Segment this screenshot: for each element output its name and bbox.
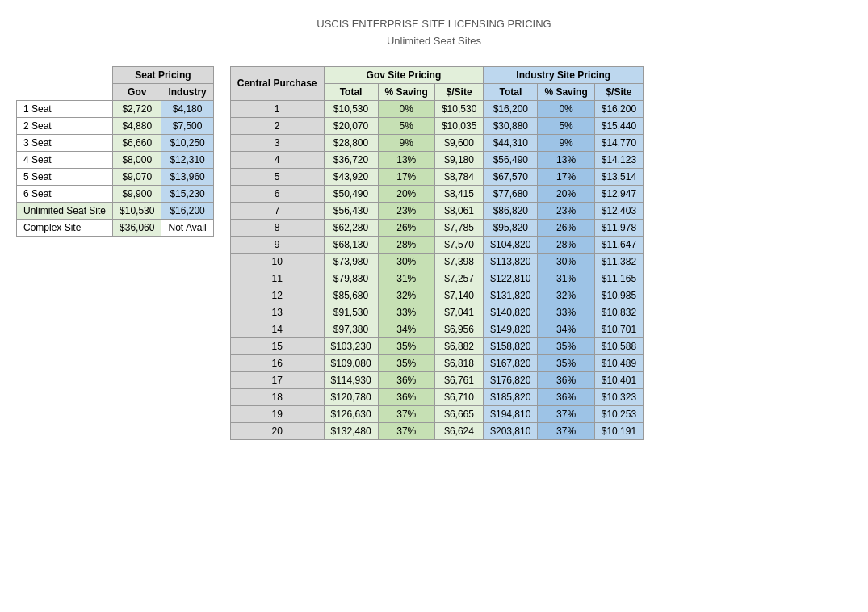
ind-saving-value: 23% bbox=[538, 202, 594, 219]
central-value: 16 bbox=[230, 354, 324, 371]
central-value: 5 bbox=[230, 168, 324, 185]
ind-site-value: $10,323 bbox=[594, 388, 643, 405]
central-value: 11 bbox=[230, 270, 324, 287]
site-pricing-table: Central Purchase Gov Site Pricing Indust… bbox=[230, 66, 644, 440]
gov-total-value: $126,630 bbox=[324, 405, 378, 422]
ind-saving-value: 33% bbox=[538, 304, 594, 321]
gov-total-value: $120,780 bbox=[324, 388, 378, 405]
ind-saving-value: 35% bbox=[538, 337, 594, 354]
gov-saving-value: 35% bbox=[378, 354, 434, 371]
ind-total-value: $167,820 bbox=[484, 354, 538, 371]
ind-site-value: $10,985 bbox=[594, 287, 643, 304]
seat-industry-value: $16,200 bbox=[161, 202, 213, 219]
ind-saving-value: 36% bbox=[538, 371, 594, 388]
ind-total-value: $44,310 bbox=[484, 134, 538, 151]
ind-total-value: $194,810 bbox=[484, 405, 538, 422]
ind-saving-value: 13% bbox=[538, 151, 594, 168]
ind-saving-value: 36% bbox=[538, 388, 594, 405]
seat-gov-value: $2,720 bbox=[113, 100, 161, 117]
ind-total-value: $203,810 bbox=[484, 422, 538, 439]
industry-site-pricing-header: Industry Site Pricing bbox=[484, 66, 644, 83]
gov-total-value: $91,530 bbox=[324, 304, 378, 321]
gov-site-value: $7,785 bbox=[434, 219, 483, 236]
seat-row-label: 2 Seat bbox=[17, 117, 113, 134]
ind-site-value: $10,401 bbox=[594, 371, 643, 388]
ind-site-value: $10,701 bbox=[594, 321, 643, 337]
seat-row-label: 4 Seat bbox=[17, 151, 113, 168]
gov-total-header: Total bbox=[324, 83, 378, 100]
gov-saving-value: 9% bbox=[378, 134, 434, 151]
ind-site-value: $11,382 bbox=[594, 253, 643, 270]
gov-saving-value: 37% bbox=[378, 422, 434, 439]
gov-site-value: $7,257 bbox=[434, 270, 483, 287]
seat-pricing-header: Seat Pricing bbox=[113, 66, 214, 83]
gov-site-value: $7,398 bbox=[434, 253, 483, 270]
seat-industry-value: $12,310 bbox=[161, 151, 213, 168]
central-value: 8 bbox=[230, 219, 324, 236]
gov-total-value: $28,800 bbox=[324, 134, 378, 151]
ind-total-value: $77,680 bbox=[484, 185, 538, 202]
gov-site-value: $9,600 bbox=[434, 134, 483, 151]
gov-saving-value: 17% bbox=[378, 168, 434, 185]
gov-saving-value: 30% bbox=[378, 253, 434, 270]
ind-site-value: $10,191 bbox=[594, 422, 643, 439]
gov-site-header: $/Site bbox=[434, 83, 483, 100]
seat-gov-value: $8,000 bbox=[113, 151, 161, 168]
gov-site-value: $7,570 bbox=[434, 236, 483, 253]
gov-site-value: $9,180 bbox=[434, 151, 483, 168]
ind-site-value: $12,403 bbox=[594, 202, 643, 219]
col-header-industry: Industry bbox=[161, 83, 213, 100]
gov-site-value: $6,761 bbox=[434, 371, 483, 388]
ind-site-value: $11,978 bbox=[594, 219, 643, 236]
seat-row-label: 1 Seat bbox=[17, 100, 113, 117]
gov-total-value: $103,230 bbox=[324, 337, 378, 354]
ind-saving-value: 5% bbox=[538, 117, 594, 134]
central-value: 13 bbox=[230, 304, 324, 321]
gov-saving-value: 35% bbox=[378, 337, 434, 354]
seat-gov-value: $9,900 bbox=[113, 185, 161, 202]
gov-saving-value: 34% bbox=[378, 321, 434, 337]
ind-saving-value: 32% bbox=[538, 287, 594, 304]
gov-site-value: $8,415 bbox=[434, 185, 483, 202]
seat-industry-value: $13,960 bbox=[161, 168, 213, 185]
ind-total-value: $176,820 bbox=[484, 371, 538, 388]
seat-industry-value: $7,500 bbox=[161, 117, 213, 134]
central-value: 7 bbox=[230, 202, 324, 219]
central-purchase-header: Central Purchase bbox=[230, 66, 324, 100]
ind-total-value: $104,820 bbox=[484, 236, 538, 253]
seat-industry-value: $4,180 bbox=[161, 100, 213, 117]
seat-gov-value: $10,530 bbox=[113, 202, 161, 219]
ind-total-value: $86,820 bbox=[484, 202, 538, 219]
ind-total-value: $56,490 bbox=[484, 151, 538, 168]
gov-saving-value: 0% bbox=[378, 100, 434, 117]
gov-total-value: $97,380 bbox=[324, 321, 378, 337]
central-value: 18 bbox=[230, 388, 324, 405]
gov-saving-value: 32% bbox=[378, 287, 434, 304]
ind-saving-value: 20% bbox=[538, 185, 594, 202]
ind-saving-value: 35% bbox=[538, 354, 594, 371]
central-value: 14 bbox=[230, 321, 324, 337]
gov-site-pricing-header: Gov Site Pricing bbox=[324, 66, 484, 83]
ind-total-value: $140,820 bbox=[484, 304, 538, 321]
ind-site-value: $15,440 bbox=[594, 117, 643, 134]
seat-gov-value: $6,660 bbox=[113, 134, 161, 151]
gov-saving-value: 31% bbox=[378, 270, 434, 287]
ind-site-value: $10,489 bbox=[594, 354, 643, 371]
gov-saving-value: 36% bbox=[378, 388, 434, 405]
gov-saving-value: 33% bbox=[378, 304, 434, 321]
page-title: USCIS ENTERPRISE SITE LICENSING PRICING … bbox=[16, 16, 852, 50]
gov-site-value: $10,035 bbox=[434, 117, 483, 134]
gov-total-value: $132,480 bbox=[324, 422, 378, 439]
col-header-gov: Gov bbox=[113, 83, 161, 100]
gov-site-value: $6,710 bbox=[434, 388, 483, 405]
ind-site-value: $14,123 bbox=[594, 151, 643, 168]
gov-total-value: $85,680 bbox=[324, 287, 378, 304]
gov-total-value: $50,490 bbox=[324, 185, 378, 202]
central-value: 3 bbox=[230, 134, 324, 151]
ind-total-value: $67,570 bbox=[484, 168, 538, 185]
ind-site-value: $13,514 bbox=[594, 168, 643, 185]
gov-total-value: $62,280 bbox=[324, 219, 378, 236]
seat-row-label: 5 Seat bbox=[17, 168, 113, 185]
gov-total-value: $109,080 bbox=[324, 354, 378, 371]
gov-saving-value: 20% bbox=[378, 185, 434, 202]
